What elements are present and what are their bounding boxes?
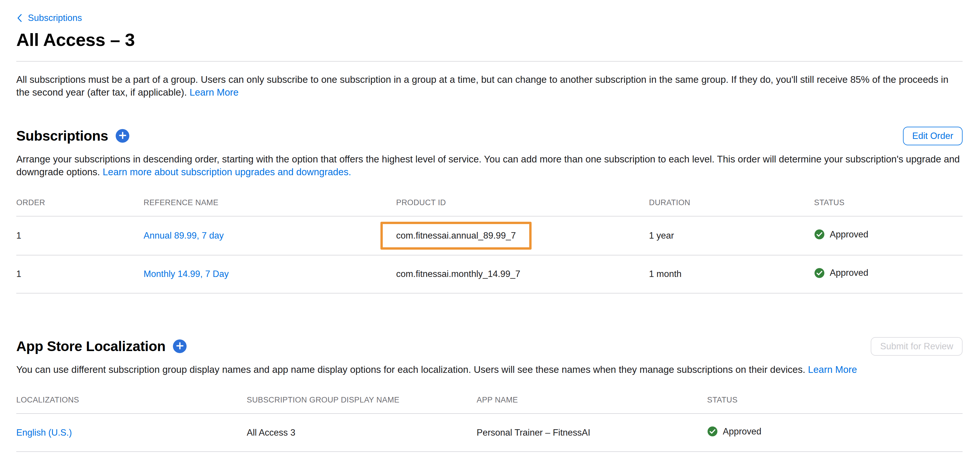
product-id-value: com.fitnessai.annual_89.99_7: [396, 231, 516, 241]
page-title: All Access – 3: [16, 29, 963, 50]
reference-name-link[interactable]: Monthly 14.99, 7 Day: [143, 269, 229, 279]
table-row: English (U.S.) All Access 3 Personal Tra…: [16, 413, 963, 452]
submit-for-review-button[interactable]: Submit for Review: [871, 337, 963, 356]
localization-table-header-row: LOCALIZATIONS SUBSCRIPTION GROUP DISPLAY…: [16, 388, 963, 413]
add-subscription-button[interactable]: [116, 129, 129, 143]
approved-check-icon: [814, 229, 825, 240]
column-header-status: STATUS: [814, 191, 963, 216]
status-label: Approved: [723, 426, 762, 437]
breadcrumb-label[interactable]: Subscriptions: [28, 13, 82, 23]
intro-text: All subscriptions must be a part of a gr…: [16, 74, 948, 98]
approved-check-icon: [707, 426, 718, 437]
page-content: Subscriptions All Access – 3 All subscri…: [0, 0, 980, 452]
page-intro: All subscriptions must be a part of a gr…: [16, 73, 961, 99]
localization-description-text: You can use different subscription group…: [16, 364, 805, 375]
duration-cell: 1 year: [649, 216, 814, 255]
order-cell: 1: [16, 216, 143, 255]
column-header-status: STATUS: [707, 388, 963, 413]
reference-name-link[interactable]: Annual 89.99, 7 day: [143, 231, 224, 241]
localization-description: You can use different subscription group…: [16, 363, 961, 376]
column-header-app-name: APP NAME: [477, 388, 707, 413]
status-label: Approved: [830, 229, 869, 240]
product-id-highlight-box: com.fitnessai.annual_89.99_7: [380, 222, 531, 250]
duration-cell: 1 month: [649, 255, 814, 293]
localization-section-title: App Store Localization: [16, 338, 165, 354]
column-header-group-display-name: SUBSCRIPTION GROUP DISPLAY NAME: [247, 388, 477, 413]
status-badge: Approved: [814, 229, 869, 240]
localization-section-header: App Store Localization Submit for Review: [16, 337, 963, 356]
column-header-order: ORDER: [16, 191, 143, 216]
column-header-localizations: LOCALIZATIONS: [16, 388, 247, 413]
subscriptions-description: Arrange your subscriptions in descending…: [16, 153, 961, 178]
table-row: 1 Annual 89.99, 7 day com.fitnessai.annu…: [16, 216, 963, 255]
subscription-upgrades-link[interactable]: Learn more about subscription upgrades a…: [103, 167, 351, 177]
column-header-duration: DURATION: [649, 191, 814, 216]
product-id-value: com.fitnessai.monthly_14.99_7: [396, 255, 649, 293]
subscriptions-table-header-row: ORDER REFERENCE NAME PRODUCT ID DURATION…: [16, 191, 963, 216]
chevron-left-icon: [16, 13, 23, 23]
localization-link[interactable]: English (U.S.): [16, 428, 72, 438]
status-label: Approved: [830, 268, 869, 278]
column-header-reference-name: REFERENCE NAME: [143, 191, 396, 216]
edit-order-button[interactable]: Edit Order: [903, 127, 963, 145]
app-name-cell: Personal Trainer – FitnessAI: [477, 413, 707, 452]
column-header-product-id: PRODUCT ID: [396, 191, 649, 216]
plus-icon: [176, 342, 184, 350]
localization-learn-more-link[interactable]: Learn More: [808, 364, 857, 375]
table-row: 1 Monthly 14.99, 7 Day com.fitnessai.mon…: [16, 255, 963, 293]
localization-table: LOCALIZATIONS SUBSCRIPTION GROUP DISPLAY…: [16, 388, 963, 452]
intro-learn-more-link[interactable]: Learn More: [189, 87, 239, 98]
subscriptions-section-title: Subscriptions: [16, 128, 108, 144]
order-cell: 1: [16, 255, 143, 293]
group-display-name-cell: All Access 3: [247, 413, 477, 452]
breadcrumb-back-link[interactable]: Subscriptions: [16, 13, 82, 23]
title-divider: [16, 61, 963, 62]
subscriptions-section-header: Subscriptions Edit Order: [16, 127, 963, 145]
status-badge: Approved: [814, 268, 869, 278]
add-localization-button[interactable]: [173, 339, 186, 353]
plus-icon: [119, 132, 126, 140]
approved-check-icon: [814, 268, 825, 278]
status-badge: Approved: [707, 426, 762, 437]
subscriptions-table: ORDER REFERENCE NAME PRODUCT ID DURATION…: [16, 191, 963, 294]
